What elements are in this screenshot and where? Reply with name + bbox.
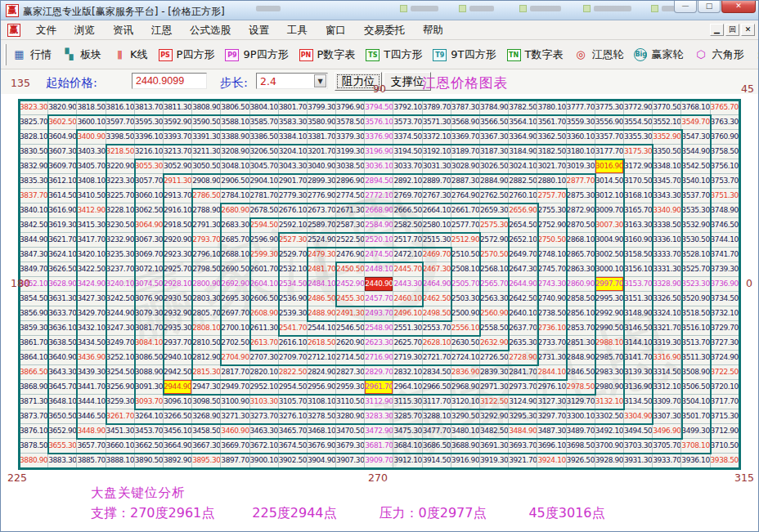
price-cell[interactable]: 2445.70 xyxy=(393,262,422,277)
price-cell[interactable]: 3518.50 xyxy=(681,306,710,321)
price-cell[interactable]: 2551.30 xyxy=(393,321,422,336)
price-cell[interactable]: 2800.90 xyxy=(192,277,221,292)
price-cell[interactable]: 3312.10 xyxy=(653,380,681,395)
price-cell[interactable]: 3434.50 xyxy=(77,336,106,351)
price-cell[interactable]: 3684.10 xyxy=(393,439,422,454)
price-cell[interactable]: 3667.30 xyxy=(192,439,221,454)
price-cell[interactable]: 3712.90 xyxy=(711,424,739,439)
price-cell[interactable]: 3549.70 xyxy=(681,115,710,130)
price-cell[interactable]: 2476.90 xyxy=(336,248,365,262)
price-cell[interactable]: 3482.50 xyxy=(480,424,509,439)
price-cell[interactable]: 2654.50 xyxy=(509,218,537,233)
price-cell[interactable]: 3571.30 xyxy=(423,115,451,130)
price-cell[interactable]: 2834.50 xyxy=(423,365,451,380)
menu-item-文件[interactable]: 文件 xyxy=(27,20,65,40)
price-cell[interactable]: 3621.70 xyxy=(48,233,77,248)
price-cell[interactable]: 3280.90 xyxy=(336,409,365,424)
price-cell[interactable]: 3096.10 xyxy=(164,395,192,409)
price-cell[interactable]: 2738.50 xyxy=(537,306,566,321)
price-cell[interactable]: 2467.30 xyxy=(423,262,451,277)
price-cell[interactable]: 3048.10 xyxy=(221,159,249,174)
price-cell[interactable]: 2683.30 xyxy=(221,218,249,233)
price-cell[interactable]: 3050.50 xyxy=(192,159,221,174)
price-cell[interactable]: 3902.50 xyxy=(279,454,308,468)
price-cell[interactable]: 2848.90 xyxy=(567,351,595,365)
price-cell[interactable]: 3261.70 xyxy=(106,409,135,424)
price-cell[interactable]: 2568.10 xyxy=(480,262,509,277)
price-cell[interactable]: 3309.70 xyxy=(653,395,681,409)
toolbar-button-p-table[interactable]: PNP数字表 xyxy=(299,47,356,62)
minimize-button[interactable]: — xyxy=(674,1,697,13)
price-cell[interactable]: 3194.50 xyxy=(393,145,422,159)
price-cell[interactable]: 3657.70 xyxy=(77,439,106,454)
price-cell[interactable]: 3086.50 xyxy=(135,351,164,365)
price-cell[interactable]: 3650.50 xyxy=(48,409,77,424)
price-cell[interactable]: 3470.50 xyxy=(336,424,365,439)
price-cell[interactable]: 2481.70 xyxy=(308,262,336,277)
price-cell[interactable]: 3084.10 xyxy=(135,336,164,351)
price-cell[interactable]: 2724.10 xyxy=(451,351,480,365)
price-cell[interactable]: 3888.10 xyxy=(106,454,135,468)
price-cell[interactable]: 3076.90 xyxy=(135,292,164,306)
price-cell[interactable]: 2510.50 xyxy=(451,248,480,262)
price-cell[interactable]: 3055.30 xyxy=(135,159,164,174)
menu-item-公式选股[interactable]: 公式选股 xyxy=(181,20,240,40)
price-cell[interactable]: 3792.10 xyxy=(393,101,422,115)
price-cell[interactable]: 3165.70 xyxy=(624,203,653,218)
price-cell[interactable]: 3741.70 xyxy=(711,248,739,262)
price-cell[interactable]: 3271.30 xyxy=(221,409,249,424)
price-cell[interactable]: 3475.30 xyxy=(393,424,422,439)
price-cell[interactable]: 3655.30 xyxy=(48,439,77,454)
price-cell[interactable]: 3561.70 xyxy=(537,115,566,130)
price-cell[interactable]: 2570.50 xyxy=(480,248,509,262)
price-cell[interactable]: 3000.10 xyxy=(595,262,624,277)
toolbar-drag-handle[interactable] xyxy=(4,44,7,65)
price-cell[interactable]: 2616.10 xyxy=(279,336,308,351)
price-cell[interactable]: 2647.30 xyxy=(509,262,537,277)
price-cell[interactable]: 3828.10 xyxy=(20,130,48,145)
price-cell[interactable]: 2697.70 xyxy=(221,306,249,321)
price-cell[interactable]: 3600.10 xyxy=(77,115,106,130)
price-cell[interactable]: 3936.10 xyxy=(681,454,710,468)
price-cell[interactable]: 3547.30 xyxy=(681,130,710,145)
price-cell[interactable]: 2995.30 xyxy=(595,292,624,306)
price-cell[interactable]: 3259.30 xyxy=(106,395,135,409)
price-cell[interactable]: 3813.70 xyxy=(135,101,164,115)
price-cell[interactable]: 2968.90 xyxy=(451,380,480,395)
price-cell[interactable]: 3734.50 xyxy=(711,292,739,306)
price-cell[interactable]: 3393.70 xyxy=(164,130,192,145)
price-cell[interactable]: 3391.30 xyxy=(192,130,221,145)
price-cell[interactable]: 3705.70 xyxy=(653,439,681,454)
price-cell[interactable]: 3652.90 xyxy=(48,424,77,439)
price-cell[interactable]: 3787.30 xyxy=(451,101,480,115)
price-cell[interactable]: 2856.10 xyxy=(567,306,595,321)
price-cell[interactable]: 3604.90 xyxy=(48,130,77,145)
price-cell[interactable]: 3722.50 xyxy=(711,365,739,380)
price-cell[interactable]: 2832.10 xyxy=(393,365,422,380)
price-cell[interactable]: 2642.50 xyxy=(509,292,537,306)
price-cell[interactable]: 2709.70 xyxy=(279,351,308,365)
price-cell[interactable]: 3002.50 xyxy=(595,248,624,262)
price-cell[interactable]: 3124.90 xyxy=(509,395,537,409)
price-cell[interactable]: 3900.10 xyxy=(250,454,279,468)
price-cell[interactable]: 3892.90 xyxy=(164,454,192,468)
price-cell[interactable]: 2508.10 xyxy=(451,262,480,277)
price-cell[interactable]: 2851.30 xyxy=(567,336,595,351)
price-cell[interactable]: 3540.10 xyxy=(681,174,710,189)
price-cell[interactable]: 3136.90 xyxy=(624,380,653,395)
price-cell[interactable]: 2997.70 xyxy=(595,277,624,292)
price-cell[interactable]: 3816.10 xyxy=(106,101,135,115)
price-cell[interactable]: 3628.90 xyxy=(48,277,77,292)
price-cell[interactable]: 3268.90 xyxy=(192,409,221,424)
price-cell[interactable]: 3074.50 xyxy=(135,277,164,292)
price-cell[interactable]: 2776.90 xyxy=(308,189,336,203)
price-cell[interactable]: 2755.30 xyxy=(537,203,566,218)
price-cell[interactable]: 2527.30 xyxy=(279,233,308,248)
price-cell[interactable]: 2517.70 xyxy=(393,233,422,248)
price-cell[interactable]: 3338.50 xyxy=(653,218,681,233)
price-cell[interactable]: 2961.70 xyxy=(365,380,393,395)
price-cell[interactable]: 2534.50 xyxy=(279,277,308,292)
price-cell[interactable]: 3583.30 xyxy=(279,115,308,130)
price-cell[interactable]: 2757.70 xyxy=(537,189,566,203)
price-cell[interactable]: 3403.30 xyxy=(77,145,106,159)
